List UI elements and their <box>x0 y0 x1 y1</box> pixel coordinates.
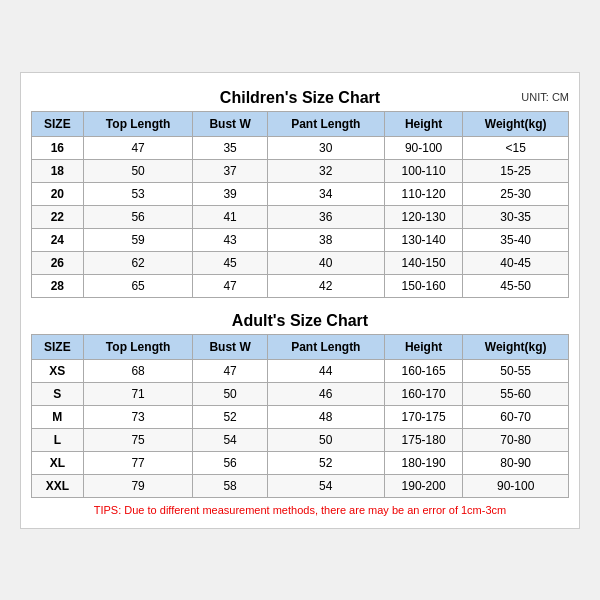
table-cell: 160-170 <box>384 382 462 405</box>
table-cell: 47 <box>193 359 267 382</box>
table-cell: XS <box>32 359 84 382</box>
table-cell: 54 <box>193 428 267 451</box>
table-cell: 38 <box>267 228 384 251</box>
table-cell: 110-120 <box>384 182 462 205</box>
table-cell: 37 <box>193 159 267 182</box>
children-col-height: Height <box>384 111 462 136</box>
children-title: Children's Size Chart UNIT: CM <box>31 83 569 111</box>
table-cell: 100-110 <box>384 159 462 182</box>
table-cell: 71 <box>83 382 193 405</box>
table-cell: 25-30 <box>463 182 569 205</box>
children-col-toplength: Top Length <box>83 111 193 136</box>
table-cell: 30-35 <box>463 205 569 228</box>
table-row: 22564136120-13030-35 <box>32 205 569 228</box>
table-cell: 16 <box>32 136 84 159</box>
table-cell: 59 <box>83 228 193 251</box>
table-cell: 32 <box>267 159 384 182</box>
table-row: 18503732100-11015-25 <box>32 159 569 182</box>
table-cell: 30 <box>267 136 384 159</box>
children-col-weight: Weight(kg) <box>463 111 569 136</box>
table-row: 26624540140-15040-45 <box>32 251 569 274</box>
adults-col-weight: Weight(kg) <box>463 334 569 359</box>
table-cell: 46 <box>267 382 384 405</box>
table-cell: 24 <box>32 228 84 251</box>
adults-col-bustw: Bust W <box>193 334 267 359</box>
table-cell: 53 <box>83 182 193 205</box>
table-cell: 60-70 <box>463 405 569 428</box>
table-cell: 90-100 <box>463 474 569 497</box>
adults-col-pantlength: Pant Length <box>267 334 384 359</box>
children-col-size: SIZE <box>32 111 84 136</box>
table-cell: L <box>32 428 84 451</box>
children-title-text: Children's Size Chart <box>220 89 380 106</box>
adults-col-size: SIZE <box>32 334 84 359</box>
table-cell: 130-140 <box>384 228 462 251</box>
table-cell: XL <box>32 451 84 474</box>
table-cell: 18 <box>32 159 84 182</box>
table-cell: 20 <box>32 182 84 205</box>
table-cell: 43 <box>193 228 267 251</box>
table-cell: 50 <box>193 382 267 405</box>
table-cell: 40-45 <box>463 251 569 274</box>
table-cell: 36 <box>267 205 384 228</box>
table-cell: 50 <box>267 428 384 451</box>
table-cell: 47 <box>193 274 267 297</box>
table-cell: 68 <box>83 359 193 382</box>
table-row: XL775652180-19080-90 <box>32 451 569 474</box>
table-row: 28654742150-16045-50 <box>32 274 569 297</box>
tips-text: TIPS: Due to different measurement metho… <box>31 498 569 518</box>
table-cell: 65 <box>83 274 193 297</box>
table-cell: 120-130 <box>384 205 462 228</box>
adults-table: SIZE Top Length Bust W Pant Length Heigh… <box>31 334 569 498</box>
table-cell: 22 <box>32 205 84 228</box>
table-cell: 39 <box>193 182 267 205</box>
table-cell: 40 <box>267 251 384 274</box>
table-row: XS684744160-16550-55 <box>32 359 569 382</box>
table-cell: 15-25 <box>463 159 569 182</box>
table-cell: 56 <box>83 205 193 228</box>
table-cell: 70-80 <box>463 428 569 451</box>
table-cell: 55-60 <box>463 382 569 405</box>
table-cell: 50 <box>83 159 193 182</box>
table-cell: 150-160 <box>384 274 462 297</box>
table-cell: 160-165 <box>384 359 462 382</box>
children-unit-label: UNIT: CM <box>521 91 569 103</box>
table-row: 24594338130-14035-40 <box>32 228 569 251</box>
children-table: SIZE Top Length Bust W Pant Length Heigh… <box>31 111 569 298</box>
children-body: 1647353090-100<1518503732100-11015-25205… <box>32 136 569 297</box>
adults-header-row: SIZE Top Length Bust W Pant Length Heigh… <box>32 334 569 359</box>
table-cell: 175-180 <box>384 428 462 451</box>
table-cell: 58 <box>193 474 267 497</box>
table-cell: 26 <box>32 251 84 274</box>
table-cell: 42 <box>267 274 384 297</box>
table-cell: 52 <box>193 405 267 428</box>
children-header-row: SIZE Top Length Bust W Pant Length Heigh… <box>32 111 569 136</box>
table-row: L755450175-18070-80 <box>32 428 569 451</box>
table-cell: 62 <box>83 251 193 274</box>
chart-container: Children's Size Chart UNIT: CM SIZE Top … <box>20 72 580 529</box>
table-cell: 47 <box>83 136 193 159</box>
table-cell: 90-100 <box>384 136 462 159</box>
table-cell: 52 <box>267 451 384 474</box>
table-cell: 45 <box>193 251 267 274</box>
table-cell: 190-200 <box>384 474 462 497</box>
table-row: 1647353090-100<15 <box>32 136 569 159</box>
children-col-pantlength: Pant Length <box>267 111 384 136</box>
table-cell: 41 <box>193 205 267 228</box>
table-cell: 170-175 <box>384 405 462 428</box>
adults-body: XS684744160-16550-55S715046160-17055-60M… <box>32 359 569 497</box>
table-cell: XXL <box>32 474 84 497</box>
adults-col-height: Height <box>384 334 462 359</box>
table-cell: 34 <box>267 182 384 205</box>
table-cell: 54 <box>267 474 384 497</box>
table-cell: 73 <box>83 405 193 428</box>
table-cell: 80-90 <box>463 451 569 474</box>
table-row: M735248170-17560-70 <box>32 405 569 428</box>
table-cell: 45-50 <box>463 274 569 297</box>
table-cell: 75 <box>83 428 193 451</box>
table-cell: M <box>32 405 84 428</box>
adults-title: Adult's Size Chart <box>31 306 569 334</box>
table-cell: <15 <box>463 136 569 159</box>
table-cell: S <box>32 382 84 405</box>
adults-title-text: Adult's Size Chart <box>232 312 368 329</box>
